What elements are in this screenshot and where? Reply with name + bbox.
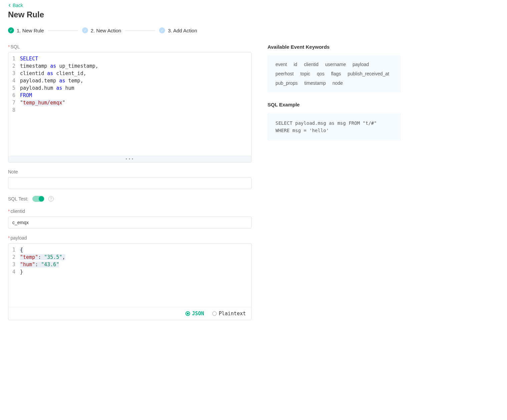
check-icon: ✓ bbox=[8, 27, 14, 33]
radio-label: JSON bbox=[192, 311, 204, 317]
keyword-tag[interactable]: clientid bbox=[304, 62, 319, 67]
sql-example-box: SELECT payload.msg as msg FROM "t/#" WHE… bbox=[268, 113, 401, 141]
payload-format-toolbar: JSONPlaintext bbox=[8, 307, 251, 320]
radio-icon bbox=[185, 311, 190, 316]
radio-label: Plaintext bbox=[219, 311, 246, 317]
step-label: 3. Add Action bbox=[168, 28, 197, 33]
radio-icon bbox=[212, 311, 217, 316]
clientid-field-label: *clientid bbox=[8, 208, 251, 214]
page-title: New Rule bbox=[8, 10, 499, 19]
sql-code[interactable]: SELECTtimestamp as up_timestamp,clientid… bbox=[18, 52, 251, 156]
steps-bar: ✓1. New Rule✓2. New Action✓3. Add Action bbox=[8, 27, 499, 33]
sql-gutter: 12345678 bbox=[8, 52, 18, 156]
step[interactable]: ✓1. New Rule bbox=[8, 27, 44, 33]
keyword-tag[interactable]: event bbox=[276, 62, 287, 67]
step[interactable]: ✓2. New Action bbox=[82, 27, 121, 33]
back-button[interactable]: Back bbox=[8, 3, 23, 8]
keyword-tag[interactable]: node bbox=[333, 80, 343, 86]
keyword-tag[interactable]: topic bbox=[300, 71, 310, 76]
check-icon: ✓ bbox=[82, 27, 88, 33]
format-option-plaintext[interactable]: Plaintext bbox=[212, 311, 246, 317]
chevron-left-icon bbox=[8, 4, 11, 7]
payload-field-label: *payload bbox=[8, 235, 251, 241]
keyword-tag[interactable]: peerhost bbox=[276, 71, 294, 76]
payload-gutter: 1234 bbox=[8, 244, 18, 307]
keyword-tag[interactable]: id bbox=[294, 62, 297, 67]
payload-editor[interactable]: 1234 {"temp": "35.5","hum": "43.6"} JSON… bbox=[8, 243, 251, 320]
keyword-tag[interactable]: timestamp bbox=[304, 80, 326, 86]
note-input[interactable] bbox=[8, 177, 251, 189]
keywords-title: Available Event Keywords bbox=[268, 44, 401, 50]
keyword-tag[interactable]: flags bbox=[331, 71, 341, 76]
check-icon: ✓ bbox=[159, 27, 165, 33]
keyword-tag[interactable]: payload bbox=[353, 62, 369, 67]
format-option-json[interactable]: JSON bbox=[185, 311, 204, 317]
note-field-label: Note bbox=[8, 169, 251, 174]
step-connector bbox=[125, 30, 155, 31]
sql-test-toggle[interactable] bbox=[32, 196, 44, 202]
back-label: Back bbox=[13, 3, 23, 8]
keyword-tag[interactable]: pub_props bbox=[276, 80, 298, 86]
payload-code[interactable]: {"temp": "35.5","hum": "43.6"} bbox=[18, 244, 251, 307]
keyword-tag[interactable]: publish_received_at bbox=[348, 71, 389, 76]
step-label: 1. New Rule bbox=[17, 28, 44, 33]
step-connector bbox=[48, 30, 78, 31]
sql-test-label: SQL Test: bbox=[8, 196, 28, 201]
help-icon[interactable]: ? bbox=[48, 196, 54, 201]
sql-field-label: *SQL bbox=[8, 44, 251, 49]
keywords-box: eventidclientidusernamepayloadpeerhostto… bbox=[268, 55, 401, 92]
step[interactable]: ✓3. Add Action bbox=[159, 27, 197, 33]
sql-resize-handle[interactable]: ••• bbox=[8, 156, 251, 162]
step-label: 2. New Action bbox=[91, 28, 121, 33]
sql-example-title: SQL Example bbox=[268, 102, 401, 107]
keyword-tag[interactable]: qos bbox=[317, 71, 325, 76]
clientid-input[interactable] bbox=[8, 217, 251, 229]
sql-editor[interactable]: 12345678 SELECTtimestamp as up_timestamp… bbox=[8, 52, 251, 162]
keyword-tag[interactable]: username bbox=[325, 62, 346, 67]
